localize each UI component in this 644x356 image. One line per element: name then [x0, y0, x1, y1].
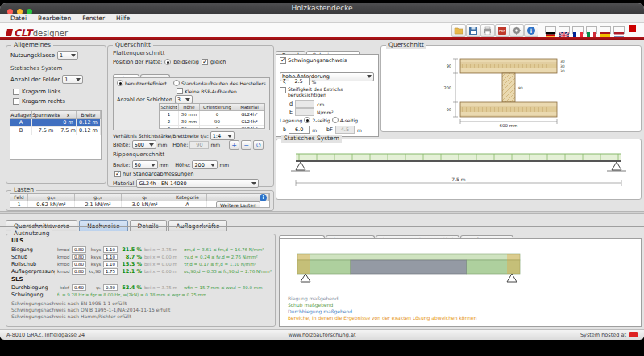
layer-row[interactable]: 3 30 mm 0 GL24h* — [160, 126, 264, 129]
lasten-row[interactable]: 1 0.62 kN/m² 2.1 kN/m² 3.0 kN/m² A Weite… — [10, 201, 269, 208]
kc90-field[interactable]: 1.75 — [103, 268, 118, 275]
estrich-checkbox[interactable] — [280, 87, 286, 93]
verhaeltnis-select[interactable]: 1:4 — [210, 131, 235, 140]
weitere-lasten-button[interactable]: Weitere Lasten — [216, 201, 260, 208]
chevron-down-icon — [251, 182, 256, 185]
lagerung-2seitig-radio[interactable] — [304, 117, 310, 123]
column-header[interactable]: Feld — [10, 194, 28, 201]
column-header[interactable]: Auflager — [10, 111, 32, 118]
rippen-hoehe-input[interactable]: 200 — [192, 160, 218, 169]
material-select[interactable]: GL24h - EN 14080 — [136, 179, 259, 188]
psi2-symbol: ψ₂ — [89, 285, 101, 290]
layer-row[interactable]: 1 30 mm 0 GL24h* — [160, 111, 264, 118]
layer-row[interactable]: 2 30 mm 90 GL24h* — [160, 118, 264, 126]
hoehe-output: 90 — [189, 141, 209, 149]
warning-zone-right — [507, 254, 520, 274]
kmod-field[interactable]: 0.80 — [72, 261, 86, 267]
column-header[interactable]: Breite — [77, 111, 101, 118]
settings-gear-icon — [512, 26, 521, 35]
zeta-input[interactable]: 2.5 — [289, 77, 310, 85]
column-header[interactable]: Orientierung — [200, 104, 235, 110]
column-header[interactable]: Kategorie — [168, 194, 207, 201]
nutzungsklasse-select[interactable]: 1 — [57, 51, 78, 60]
static-system-drawing: 7.5 m — [280, 146, 638, 196]
reset-layers-button[interactable]: ↺ — [253, 140, 264, 150]
rippen-breite-input[interactable]: 80 — [132, 160, 158, 169]
toolbar: CLTdesigner PDF i holz.bauforschungs gmb… — [0, 23, 644, 38]
bf-input[interactable]: 4.5 — [335, 126, 355, 134]
pdf-export-button[interactable]: PDF — [495, 24, 509, 37]
column-header[interactable]: Material — [235, 104, 264, 110]
menu-hilfe[interactable]: Hilfe — [110, 14, 135, 22]
settings-button[interactable] — [509, 24, 524, 37]
info-button[interactable]: i — [524, 24, 538, 37]
tab-nachweise[interactable]: Nachweise — [79, 220, 127, 231]
menu-datei[interactable]: Datei — [5, 14, 32, 22]
print-button[interactable] — [480, 24, 495, 37]
breite-input[interactable]: 600 — [132, 140, 156, 149]
flag-french-icon[interactable] — [572, 26, 584, 34]
rippen-hoehe-label: Höhe: — [175, 162, 190, 168]
anzahl-felder-select[interactable]: 1 — [62, 75, 83, 84]
flag-english-icon[interactable] — [559, 26, 570, 34]
flag-spanish-icon[interactable] — [600, 26, 611, 34]
benutzerdefiniert-radio[interactable] — [117, 80, 123, 86]
estrich-e-input[interactable] — [295, 108, 314, 116]
ksys-field[interactable]: 1.10 — [103, 246, 118, 253]
kmod-field[interactable]: 0.80 — [72, 246, 86, 253]
table-row[interactable]: B 7.5 m 7.5 m 0.12 m — [10, 127, 101, 135]
bottom-plate-height-label: 90 — [447, 107, 451, 112]
open-project-button[interactable] — [451, 24, 466, 37]
lagerung-4seitig-radio[interactable] — [332, 117, 339, 123]
column-header[interactable]: qₖ — [122, 194, 168, 201]
kleine-bsp-checkbox[interactable] — [177, 88, 183, 94]
kragarm-rechts-checkbox[interactable] — [13, 98, 19, 105]
kragarm-links-checkbox[interactable] — [13, 89, 19, 95]
footer-website[interactable]: www.holzbauforschung.at — [0, 330, 644, 340]
querschnitt-drawing-panel: Querschnitt 600 mm 90 200 90 30 30 30 80 — [380, 45, 642, 132]
b-input[interactable]: 6.0 — [289, 126, 310, 134]
column-header[interactable]: Spannweite — [32, 111, 60, 118]
add-layer-button[interactable]: + — [229, 140, 239, 150]
flag-dutch-icon[interactable] — [613, 26, 625, 34]
rippen-breite-unit: mm — [160, 162, 169, 168]
standardabmessungen-checkbox[interactable] — [114, 171, 121, 177]
flag-german-icon[interactable] — [545, 26, 556, 34]
estrich-d-input[interactable] — [295, 100, 314, 108]
tab-auflagerkraefte[interactable]: Auflagerkräfte — [168, 220, 228, 231]
column-header[interactable]: x — [60, 111, 77, 118]
verhaeltnis-label: Verhältnis Schichtstärke/Brettbreite t/a… — [113, 133, 209, 139]
flag-italian-icon[interactable] — [586, 26, 597, 34]
support-right-icon — [612, 162, 621, 170]
utilization-value: 15.3 % — [120, 261, 142, 267]
psi2-field[interactable]: 0.30 — [103, 284, 118, 291]
save-project-button[interactable] — [466, 24, 480, 37]
column-header[interactable]: Schicht — [160, 104, 179, 110]
menu-bearbeiten[interactable]: Bearbeiten — [32, 14, 77, 22]
layer3-dim: 30 — [560, 69, 565, 73]
schwingungsnachweis-checkbox[interactable] — [280, 57, 286, 64]
kmod-field[interactable]: 0.80 — [72, 254, 86, 260]
querschnitt-drawing-title: Querschnitt — [386, 41, 426, 49]
kdef-field[interactable]: 0.60 — [72, 284, 86, 291]
ksys-field[interactable]: 1.10 — [103, 254, 118, 260]
column-header[interactable]: g₁,ₖ — [28, 194, 75, 201]
schichten-table-header: Schicht Höhe Orientierung Material — [160, 104, 264, 111]
info-icon[interactable]: i — [260, 194, 267, 201]
kmod-field[interactable]: 0.80 — [72, 268, 86, 275]
remove-layer-button[interactable]: − — [241, 140, 251, 150]
column-header[interactable]: Höhe — [179, 104, 200, 110]
splitpane-divider[interactable] — [0, 211, 644, 214]
legend-schub: Schub maßgebend — [288, 302, 333, 308]
standardaufbauten-radio[interactable] — [173, 80, 180, 86]
tab-details[interactable]: Details — [130, 220, 167, 231]
ksys-field[interactable]: 1.10 — [103, 261, 118, 267]
position-gleich-checkbox[interactable] — [202, 59, 208, 65]
menu-fenster[interactable]: Fenster — [77, 14, 110, 22]
column-header[interactable]: g₂,ₖ — [75, 194, 122, 201]
position-beidseitig-radio[interactable] — [164, 59, 171, 65]
breite-label: Breite: — [113, 142, 131, 148]
table-row[interactable]: A 0 m 0.12 m — [10, 119, 101, 127]
check-label: Schwingung — [11, 292, 55, 298]
estrich-e-unit: N/mm² — [317, 110, 334, 115]
